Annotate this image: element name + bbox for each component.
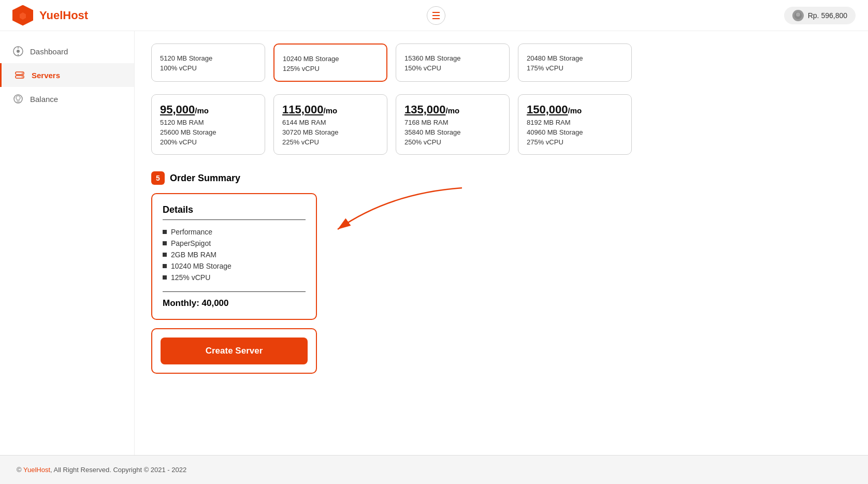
spec-storage-1: 5120 MB Storage: [160, 54, 256, 62]
spec-card-4[interactable]: 20480 MB Storage 175% vCPU: [518, 43, 632, 82]
price-unit-3: /mo: [446, 106, 460, 115]
spec-storage-4: 20480 MB Storage: [527, 54, 623, 62]
price-ram-3: 7168 MB RAM: [404, 119, 501, 126]
spec-card-3[interactable]: 15360 MB Storage 150% vCPU: [396, 43, 510, 82]
spec-vcpu-1: 100% vCPU: [160, 64, 256, 72]
footer-brand-link[interactable]: YuelHost: [23, 466, 50, 474]
logo-text: YuelHost: [39, 9, 88, 22]
create-server-button[interactable]: Create Server: [161, 338, 308, 364]
main-content: 5120 MB Storage 100% vCPU 10240 MB Stora…: [135, 31, 868, 455]
spec-storage-3: 15360 MB Storage: [404, 54, 501, 62]
list-item-performance: Performance: [163, 226, 306, 238]
list-item-paperspigot: PaperSpigot: [163, 238, 306, 249]
servers-label: Servers: [32, 71, 60, 80]
coin-icon: [792, 10, 804, 21]
list-item-vcpu: 125% vCPU: [163, 272, 306, 283]
order-summary-card: Details Performance PaperSpigot 2GB MB R…: [151, 193, 317, 320]
create-server-box: Create Server: [151, 328, 317, 374]
price-ram-2: 6144 MB RAM: [282, 119, 379, 126]
annotation-area: Details Performance PaperSpigot 2GB MB R…: [151, 193, 514, 374]
bullet-icon: [163, 275, 167, 280]
price-amount-1: 95,000: [160, 103, 195, 116]
price-unit-4: /mo: [568, 106, 582, 115]
spec-card-1[interactable]: 5120 MB Storage 100% vCPU: [151, 43, 265, 82]
header: YuelHost Rp. 596,800: [0, 0, 868, 31]
order-summary-section: 5 Order Summary: [151, 171, 851, 185]
balance-amount: Rp. 596,800: [808, 11, 847, 20]
price-unit-1: /mo: [195, 106, 209, 115]
bullet-icon: [163, 264, 167, 268]
footer-rest: , All Right Reserved. Copyright © 2021 -…: [50, 466, 186, 474]
price-storage-3: 35840 MB Storage: [404, 128, 501, 136]
monthly-total: Monthly: 40,000: [163, 291, 306, 309]
sidebar-item-balance[interactable]: Balance: [0, 87, 134, 111]
price-amount-3: 135,000: [404, 103, 446, 116]
dashboard-label: Dashboard: [30, 47, 68, 56]
svg-point-14: [17, 99, 20, 102]
price-storage-1: 25600 MB Storage: [160, 128, 256, 136]
header-left: YuelHost: [12, 5, 88, 26]
price-amount-4: 150,000: [527, 103, 568, 116]
step-badge: 5: [151, 171, 165, 185]
hamburger-button[interactable]: [427, 6, 445, 25]
spec-vcpu-4: 175% vCPU: [527, 64, 623, 72]
bullet-icon: [163, 253, 167, 257]
sidebar-item-servers[interactable]: Servers: [0, 63, 134, 87]
balance-label: Balance: [30, 95, 58, 104]
bullet-icon: [163, 230, 167, 234]
list-item-storage: 10240 MB Storage: [163, 260, 306, 272]
spec-vcpu-2: 125% vCPU: [283, 65, 378, 72]
order-summary-label: Order Summary: [170, 173, 240, 184]
footer-copyright: ©: [17, 466, 23, 474]
price-vcpu-1: 200% vCPU: [160, 138, 256, 146]
servers-icon: [14, 69, 25, 81]
price-vcpu-2: 225% vCPU: [282, 138, 379, 146]
bullet-icon: [163, 241, 167, 245]
list-item-ram: 2GB MB RAM: [163, 249, 306, 260]
price-ram-1: 5120 MB RAM: [160, 119, 256, 126]
price-cards-row: 95,000/mo 5120 MB RAM 25600 MB Storage 2…: [151, 94, 851, 155]
logo-icon: [12, 5, 33, 26]
svg-point-11: [22, 77, 23, 78]
price-vcpu-4: 275% vCPU: [527, 138, 623, 146]
price-card-3[interactable]: 135,000/mo 7168 MB RAM 35840 MB Storage …: [396, 94, 510, 155]
price-card-1[interactable]: 95,000/mo 5120 MB RAM 25600 MB Storage 2…: [151, 94, 265, 155]
footer: © YuelHost, All Right Reserved. Copyrigh…: [0, 455, 868, 484]
top-spec-cards-row: 5120 MB Storage 100% vCPU 10240 MB Stora…: [151, 43, 851, 82]
spec-storage-2: 10240 MB Storage: [283, 55, 378, 63]
spec-card-2[interactable]: 10240 MB Storage 125% vCPU: [273, 43, 387, 82]
price-vcpu-3: 250% vCPU: [404, 138, 501, 146]
balance-icon: [12, 93, 24, 105]
layout: Dashboard Servers Balance: [0, 31, 868, 455]
price-unit-2: /mo: [324, 106, 338, 115]
price-storage-4: 40960 MB Storage: [527, 128, 623, 136]
svg-point-3: [796, 12, 800, 17]
price-amount-2: 115,000: [282, 103, 324, 116]
dashboard-icon: [12, 46, 24, 57]
sidebar-item-dashboard[interactable]: Dashboard: [0, 39, 134, 63]
price-ram-4: 8192 MB RAM: [527, 119, 623, 126]
price-storage-2: 30720 MB Storage: [282, 128, 379, 136]
balance-button[interactable]: Rp. 596,800: [784, 7, 856, 24]
svg-point-5: [17, 50, 20, 53]
spec-vcpu-3: 150% vCPU: [404, 64, 501, 72]
svg-point-13: [16, 96, 20, 100]
sidebar: Dashboard Servers Balance: [0, 31, 135, 455]
svg-point-10: [22, 73, 23, 74]
price-card-4[interactable]: 150,000/mo 8192 MB RAM 40960 MB Storage …: [518, 94, 632, 155]
price-card-2[interactable]: 115,000/mo 6144 MB RAM 30720 MB Storage …: [273, 94, 387, 155]
details-title: Details: [163, 204, 306, 220]
detail-list: Performance PaperSpigot 2GB MB RAM 10240…: [163, 226, 306, 283]
